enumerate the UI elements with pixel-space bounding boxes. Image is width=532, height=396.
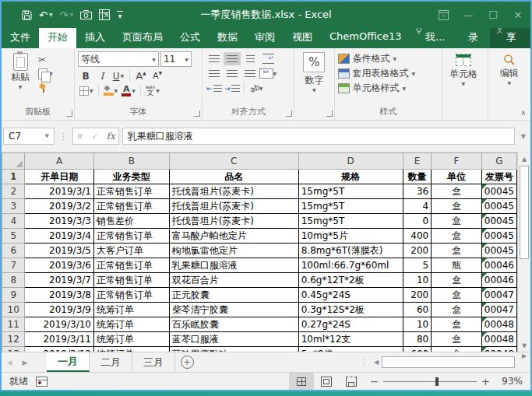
ribbon-tab-ChemOffice13[interactable]: ChemOffice13 — [321, 27, 410, 48]
cell-B6[interactable]: 大客户订单 — [93, 244, 169, 258]
row-header-3[interactable]: 3 — [2, 199, 25, 214]
save-icon[interactable] — [22, 10, 32, 20]
bottom-align-button[interactable] — [241, 52, 259, 65]
increase-indent-button[interactable]: ⇥ — [224, 82, 241, 95]
cell-F3[interactable]: 盒 — [432, 199, 482, 214]
ribbon-tab-文件[interactable]: 文件 — [2, 27, 39, 48]
cell-B4[interactable]: 销售差价 — [93, 214, 169, 229]
paste-special-icon[interactable] — [99, 9, 110, 20]
cell-B9[interactable]: 正常销售订单 — [93, 288, 169, 303]
cell-G9[interactable]: 00047 — [481, 288, 516, 303]
sheet-tab-二月[interactable]: 二月 — [90, 352, 132, 372]
horizontal-scroll-thumb[interactable] — [382, 356, 515, 368]
cell-A6[interactable]: 2019/3/5 — [25, 244, 94, 258]
formula-input[interactable]: 乳果糖口服溶液 — [122, 128, 515, 145]
sheet-tab-三月[interactable]: 三月 — [132, 352, 175, 372]
cell-E8[interactable]: 10 — [403, 273, 432, 288]
collapse-ribbon-icon[interactable]: ∧ — [520, 109, 526, 117]
zoom-out-icon[interactable]: − — [370, 376, 379, 387]
cell-G7[interactable]: 00046 — [481, 258, 516, 273]
grow-font-button[interactable]: A▲ — [133, 69, 149, 82]
horizontal-scrollbar[interactable]: ◀ — [371, 352, 515, 372]
styles-item-套用表格格式[interactable]: 套用表格格式▼ — [338, 66, 439, 81]
row-header-4[interactable]: 4 — [2, 214, 25, 229]
cell-C1[interactable]: 品名 — [169, 170, 298, 184]
center-button[interactable] — [224, 67, 241, 80]
cell-E4[interactable]: 0 — [403, 214, 432, 229]
page-break-view-button[interactable] — [339, 373, 364, 390]
cell-C8[interactable]: 双花百合片 — [169, 273, 298, 288]
column-header-C[interactable]: C — [169, 153, 298, 170]
row-header-1[interactable]: 1 — [2, 170, 25, 184]
number-dialog-launcher[interactable] — [326, 110, 333, 117]
column-header-F[interactable]: F — [432, 153, 482, 170]
top-align-button[interactable] — [206, 52, 223, 65]
row-header-10[interactable]: 10 — [2, 303, 25, 317]
fill-color-button[interactable]: ▼ — [102, 84, 120, 97]
styles-item-单元格样式[interactable]: 单元格样式▼ — [338, 81, 439, 96]
camera-icon[interactable] — [80, 10, 92, 19]
cell-F6[interactable]: 盒 — [432, 244, 482, 258]
cell-G4[interactable]: 00045 — [481, 214, 516, 229]
cell-G12[interactable]: 00048 — [481, 332, 516, 347]
cells-button[interactable]: 单元格 ▼ — [446, 51, 481, 86]
cell-A11[interactable]: 2019/3/10 — [25, 317, 94, 332]
cell-E9[interactable]: 200 — [403, 288, 432, 303]
maximize-icon[interactable]: ☐ — [481, 2, 506, 28]
cell-B10[interactable]: 统筹订单 — [93, 303, 169, 317]
row-header-11[interactable]: 11 — [2, 317, 25, 332]
cell-G1[interactable]: 发票号 — [481, 170, 516, 184]
cell-B1[interactable]: 业务类型 — [93, 170, 169, 184]
cell-E3[interactable]: 4 — [403, 199, 432, 214]
vertical-scroll-thumb[interactable] — [520, 166, 529, 259]
ribbon-tab-开始[interactable]: 开始 — [39, 27, 76, 48]
undo-icon[interactable]: ↶▼ — [39, 10, 53, 20]
cell-D5[interactable]: 10mg*5片 — [298, 229, 403, 244]
expand-formula-bar-icon[interactable]: ▼ — [518, 133, 529, 140]
cell-E10[interactable]: 60 — [403, 303, 432, 317]
italic-button[interactable]: I — [94, 69, 110, 82]
cell-A10[interactable]: 2019/3/9 — [25, 303, 94, 317]
cell-D7[interactable]: 100ml:66.7g*60ml — [298, 258, 403, 273]
align-right-button[interactable] — [241, 67, 259, 80]
cell-D9[interactable]: 0.45g*24S — [298, 288, 403, 303]
tab-splitter[interactable]: ⋮ — [358, 352, 371, 372]
cell-A5[interactable]: 2019/3/4 — [25, 229, 94, 244]
zoom-track[interactable] — [383, 381, 477, 382]
insert-function-icon[interactable]: fx — [106, 131, 115, 142]
cell-C4[interactable]: 托伐普坦片(苏麦卡) — [169, 214, 298, 229]
row-header-7[interactable]: 7 — [2, 258, 25, 273]
cell-G3[interactable]: 00045 — [481, 199, 516, 214]
cell-B12[interactable]: 统筹订单 — [93, 332, 169, 347]
zoom-handle[interactable] — [435, 377, 439, 386]
cell-B3[interactable]: 正常销售订单 — [93, 199, 169, 214]
page-layout-view-button[interactable] — [314, 373, 339, 390]
cell-E6[interactable]: 200 — [403, 244, 432, 258]
cell-F2[interactable]: 盒 — [432, 184, 482, 199]
editing-button[interactable]: 编辑 ▼ — [491, 51, 527, 86]
sheet-nav-right-icon[interactable]: ▶ — [17, 352, 33, 372]
column-header-G[interactable]: G — [481, 153, 516, 170]
cell-D11[interactable]: 0.27g*24S — [298, 317, 403, 332]
cell-E11[interactable]: 10 — [403, 317, 432, 332]
customize-qat-icon[interactable]: ▼ — [117, 11, 123, 19]
phonetic-guide-button[interactable]: wén文▼ — [144, 84, 161, 97]
cell-F8[interactable]: 盒 — [432, 273, 482, 288]
row-header-5[interactable]: 5 — [2, 229, 25, 244]
styles-item-条件格式[interactable]: 条件格式▼ — [338, 51, 439, 66]
cell-B7[interactable]: 正常销售订单 — [93, 258, 169, 273]
format-painter-button[interactable] — [38, 82, 53, 93]
cell-C7[interactable]: 乳果糖口服溶液 — [169, 258, 298, 273]
scroll-right-icon[interactable]: ▶ — [518, 352, 530, 372]
row-header-9[interactable]: 9 — [2, 288, 25, 303]
cell-E12[interactable]: 80 — [403, 332, 432, 347]
sheet-tab-一月[interactable]: 一月 — [47, 352, 90, 372]
clipboard-dialog-launcher[interactable] — [66, 110, 72, 117]
copy-button[interactable]: ▼ — [38, 68, 53, 79]
middle-align-button[interactable] — [224, 52, 241, 65]
borders-button[interactable]: ▼ — [78, 84, 95, 97]
select-all-corner[interactable] — [2, 153, 25, 170]
font-color-button[interactable]: A▼ — [120, 84, 137, 97]
scroll-left-icon[interactable]: ◀ — [371, 359, 382, 366]
cell-C11[interactable]: 百乐眠胶囊 — [169, 317, 298, 332]
